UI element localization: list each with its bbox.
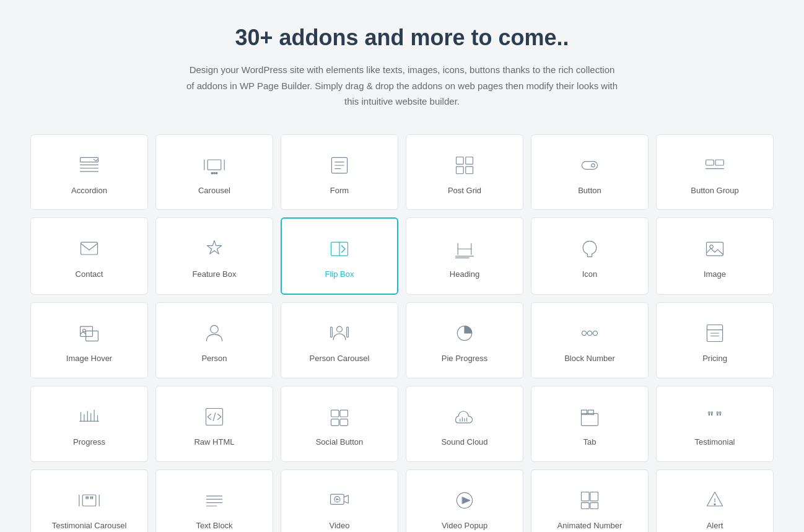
addon-card-image-hover[interactable]: Image Hover xyxy=(30,302,148,378)
pricing-icon xyxy=(702,320,728,346)
testimonial-carousel-icon: "" xyxy=(76,487,102,513)
animated-number-icon xyxy=(577,487,603,513)
carousel-icon xyxy=(201,152,227,178)
svg-rect-67 xyxy=(582,414,598,426)
button-icon xyxy=(577,152,603,178)
addon-card-person-carousel[interactable]: Person Carousel xyxy=(281,302,398,378)
addon-card-form[interactable]: Form xyxy=(281,134,398,211)
svg-text:": " xyxy=(716,408,722,424)
page-title: 30+ addons and more to come.. xyxy=(12,25,792,51)
addon-card-text-block[interactable]: Text Block xyxy=(155,469,273,532)
addon-card-block-number[interactable]: Block Number xyxy=(531,302,649,378)
addon-card-raw-html[interactable]: Raw HTML xyxy=(155,386,273,462)
addon-label-button: Button xyxy=(578,186,601,196)
svg-point-37 xyxy=(337,326,343,332)
addon-label-pie-progress: Pie Progress xyxy=(442,354,487,364)
addon-card-tab[interactable]: Tab xyxy=(531,386,649,462)
testimonial-icon: "" xyxy=(702,404,728,430)
addon-card-carousel[interactable]: Carousel xyxy=(155,134,273,211)
button-group-icon xyxy=(702,152,728,178)
addon-card-contact[interactable]: Contact xyxy=(30,217,148,295)
svg-text:": " xyxy=(90,495,94,505)
svg-rect-39 xyxy=(347,327,349,337)
svg-rect-88 xyxy=(590,503,598,509)
addon-label-testimonial-carousel: Testimonial Carousel xyxy=(52,521,127,531)
svg-rect-0 xyxy=(81,157,98,162)
video-icon xyxy=(326,487,352,513)
page-subtitle: Design your WordPress site with elements… xyxy=(185,62,619,110)
addon-card-button-group[interactable]: Button Group xyxy=(656,134,774,211)
addon-label-sound-cloud: Sound Cloud xyxy=(441,437,487,448)
svg-point-36 xyxy=(211,326,219,334)
heading-icon xyxy=(452,236,478,262)
addon-card-video-popup[interactable]: Video Popup xyxy=(406,469,523,532)
addon-label-image-hover: Image Hover xyxy=(66,354,112,364)
addon-card-icon[interactable]: Icon xyxy=(531,217,649,295)
addon-card-alert[interactable]: Alert xyxy=(656,469,774,532)
image-icon xyxy=(702,236,728,262)
addon-card-flip-box[interactable]: Flip Box xyxy=(281,217,398,295)
svg-point-7 xyxy=(211,172,213,174)
icon-icon xyxy=(577,236,603,262)
addon-label-flip-box: Flip Box xyxy=(325,269,354,280)
addon-card-image[interactable]: Image xyxy=(656,217,774,295)
addon-label-raw-html: Raw HTML xyxy=(194,437,234,448)
addon-card-video[interactable]: Video xyxy=(281,469,398,532)
addon-card-testimonial-carousel[interactable]: ""Testimonial Carousel xyxy=(30,469,148,532)
addon-label-image: Image xyxy=(704,269,726,280)
addon-card-accordion[interactable]: Accordion xyxy=(30,134,148,211)
text-block-icon xyxy=(201,487,227,513)
svg-rect-72 xyxy=(82,495,96,506)
social-button-icon xyxy=(326,404,352,430)
addon-card-social-button[interactable]: Social Button xyxy=(281,386,398,462)
svg-rect-68 xyxy=(582,410,587,414)
addon-card-animated-number[interactable]: Animated Number xyxy=(531,469,649,532)
addon-label-progress: Progress xyxy=(73,437,105,448)
addon-card-feature-box[interactable]: Feature Box xyxy=(155,217,273,295)
svg-rect-86 xyxy=(590,492,598,501)
svg-rect-15 xyxy=(466,157,473,164)
addon-label-accordion: Accordion xyxy=(71,186,107,196)
svg-point-43 xyxy=(593,331,597,336)
addons-grid: AccordionCarouselFormPost GridButtonButt… xyxy=(30,134,774,533)
alert-icon xyxy=(702,487,728,513)
addon-label-animated-number: Animated Number xyxy=(557,521,623,531)
svg-rect-60 xyxy=(340,410,348,417)
addon-label-person-carousel: Person Carousel xyxy=(310,354,370,364)
addon-card-pie-progress[interactable]: Pie Progress xyxy=(406,302,523,378)
svg-text:": " xyxy=(85,495,89,505)
svg-rect-87 xyxy=(582,503,590,509)
addon-card-testimonial[interactable]: ""Testimonial xyxy=(656,386,774,462)
sound-cloud-icon xyxy=(452,404,478,430)
svg-point-9 xyxy=(216,172,217,174)
addon-card-heading[interactable]: Heading xyxy=(406,217,523,295)
addon-card-button[interactable]: Button xyxy=(531,134,649,211)
svg-text:": " xyxy=(707,408,714,424)
svg-point-19 xyxy=(592,164,595,167)
svg-point-90 xyxy=(714,504,715,505)
addon-label-social-button: Social Button xyxy=(316,437,364,448)
addon-label-contact: Contact xyxy=(76,269,103,280)
addon-label-block-number: Block Number xyxy=(564,354,615,364)
svg-rect-14 xyxy=(457,157,464,164)
svg-marker-84 xyxy=(462,497,470,504)
addon-card-pricing[interactable]: Pricing xyxy=(656,302,774,378)
person-carousel-icon xyxy=(326,320,352,346)
svg-rect-21 xyxy=(715,160,724,165)
addon-label-pricing: Pricing xyxy=(702,354,727,364)
addon-label-tab: Tab xyxy=(583,437,596,448)
svg-rect-38 xyxy=(331,327,333,337)
raw-html-icon xyxy=(201,404,227,430)
addon-card-post-grid[interactable]: Post Grid xyxy=(406,134,523,211)
post-grid-icon xyxy=(452,152,478,178)
accordion-icon xyxy=(76,152,102,178)
svg-rect-31 xyxy=(707,243,723,256)
addon-label-video-popup: Video Popup xyxy=(442,521,487,531)
addon-card-progress[interactable]: Progress xyxy=(30,386,148,462)
addon-card-sound-cloud[interactable]: Sound Cloud xyxy=(406,386,523,462)
addon-label-feature-box: Feature Box xyxy=(193,269,237,280)
addon-label-heading: Heading xyxy=(450,269,479,280)
flip-box-icon xyxy=(326,236,352,262)
addon-card-person[interactable]: Person xyxy=(155,302,273,378)
video-popup-icon xyxy=(452,487,478,513)
